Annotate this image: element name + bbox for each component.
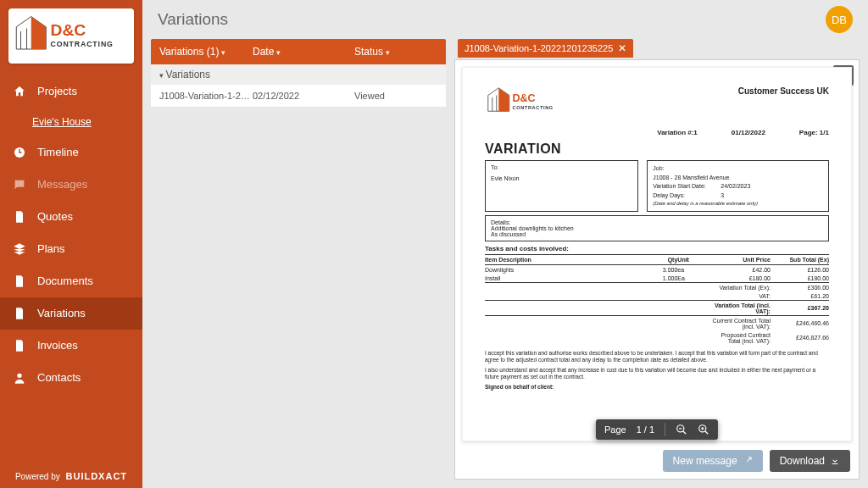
home-icon [12, 84, 27, 99]
details-box: Details: Additional downlights to kitche… [485, 215, 829, 241]
chat-icon [12, 177, 27, 192]
zoom-out-icon[interactable] [676, 424, 687, 435]
layers-icon [12, 241, 27, 257]
clock-icon [12, 145, 27, 160]
cell-name: J1008-Variation-1-202… [159, 91, 253, 101]
nav-label: Documents [37, 274, 93, 287]
person-icon [12, 370, 27, 385]
pdf-toolbar[interactable]: Page 1 / 1 [596, 419, 718, 440]
col-date[interactable]: Date [253, 46, 354, 58]
nav-label: Invoices [37, 339, 78, 352]
document-panel: J1008-Variation-1-20221201235225 ✕ [454, 39, 860, 480]
col-variations[interactable]: Variations (1) [159, 46, 253, 58]
doc-customer: Customer Success UK [738, 86, 829, 96]
cell-status: Viewed [354, 91, 437, 101]
costs-table: Item Description Qty Unit Unit Price Sub… [485, 254, 829, 345]
avatar[interactable]: DB [826, 6, 853, 33]
brand-logo: D&C CONTRACTING [8, 8, 134, 64]
group-row[interactable]: Variations [151, 64, 446, 85]
doc-icon [12, 209, 27, 225]
zoom-in-icon[interactable] [698, 424, 709, 435]
file-icon [12, 306, 27, 321]
page-title: Variations [158, 10, 826, 29]
svg-rect-4 [19, 152, 21, 152]
doc-logo: D&C CONTRACTING [485, 83, 570, 122]
document-tab[interactable]: J1008-Variation-1-20221201235225 ✕ [458, 39, 633, 58]
action-bar: New message Download [460, 443, 854, 474]
to-box: To: Evie Nixon [485, 160, 638, 212]
svg-line-12 [705, 431, 709, 435]
nav-documents[interactable]: Documents [0, 265, 142, 297]
accept-text: I accept this variation and authorise wo… [485, 350, 829, 391]
sidebar-footer: Powered by BUILDXACT [0, 464, 142, 488]
nav-variations[interactable]: Variations [0, 297, 142, 330]
svg-text:CONTRACTING: CONTRACTING [513, 105, 554, 110]
document-page: D&C CONTRACTING Customer Success UK Vari… [462, 67, 852, 441]
nav-label: Evie's House [32, 116, 92, 128]
close-icon[interactable]: ✕ [618, 42, 626, 54]
nav-label: Contacts [37, 371, 81, 384]
nav-plans[interactable]: Plans [0, 233, 142, 265]
file-icon [12, 274, 27, 289]
download-button[interactable]: Download [770, 450, 850, 472]
file-icon [12, 338, 27, 353]
doc-title: VARIATION [485, 141, 829, 157]
page-of: 1 / 1 [637, 424, 654, 435]
nav-label: Variations [37, 307, 86, 319]
nav-label: Plans [37, 242, 65, 255]
nav-label: Messages [37, 178, 87, 191]
nav-quotes[interactable]: Quotes [0, 201, 142, 233]
nav-label: Quotes [37, 210, 73, 223]
sidebar: D&C CONTRACTING Projects Evie's House Ti… [0, 0, 142, 488]
document-frame: D&C CONTRACTING Customer Success UK Vari… [454, 59, 860, 480]
download-icon [830, 456, 840, 466]
nav-label: Projects [37, 85, 77, 97]
nav-label: Timeline [37, 146, 79, 158]
col-status[interactable]: Status [354, 46, 437, 58]
external-icon [743, 456, 753, 466]
new-message-button[interactable]: New message [663, 450, 763, 472]
job-box: Job: J1008 - 28 Mansfield Avenue Variati… [647, 160, 829, 212]
variations-list: Variations (1) Date Status Variations J1… [151, 39, 446, 480]
doc-meta: Variation #:1 01/12/2022 Page: 1/1 [485, 129, 829, 136]
nav-project-sub[interactable]: Evie's House [0, 108, 142, 136]
page-label: Page [604, 424, 626, 435]
nav-messages[interactable]: Messages [0, 169, 142, 201]
table-header: Variations (1) Date Status [151, 39, 446, 64]
nav-timeline[interactable]: Timeline [0, 136, 142, 169]
svg-text:D&C: D&C [51, 21, 86, 39]
cell-date: 02/12/2022 [253, 91, 354, 101]
nav-invoices[interactable]: Invoices [0, 330, 142, 362]
table-row[interactable]: J1008-Variation-1-202… 02/12/2022 Viewed [151, 85, 446, 107]
svg-point-5 [17, 373, 21, 377]
svg-line-9 [683, 431, 687, 435]
topbar: Variations DB [142, 0, 868, 39]
nav: Projects Evie's House Timeline Messages … [0, 72, 142, 465]
svg-text:CONTRACTING: CONTRACTING [51, 40, 114, 48]
nav-projects[interactable]: Projects [0, 75, 142, 108]
svg-text:D&C: D&C [513, 92, 536, 104]
nav-contacts[interactable]: Contacts [0, 362, 142, 394]
